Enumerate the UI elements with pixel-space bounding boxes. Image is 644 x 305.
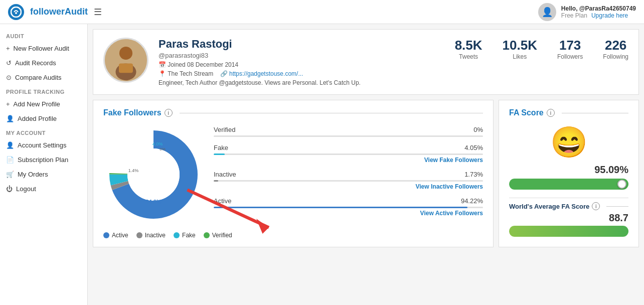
profile-joined: 📅 Joined 08 December 2014	[158, 61, 445, 68]
svg-point-10	[127, 148, 180, 201]
settings-person-icon: 👤	[6, 141, 14, 149]
profile-handle: @parasrastogi83	[158, 52, 445, 59]
donut-chart: 94.2% 1.4% 4.0% 0%	[103, 124, 204, 225]
upgrade-link[interactable]: Upgrade here	[591, 12, 628, 19]
profile-location: 📍 The Tech Stream 🔗 https://gadgetstouse…	[158, 70, 445, 77]
svg-text:4.0%: 4.0%	[152, 141, 163, 146]
history-icon: ↺	[6, 59, 12, 67]
plus-icon: +	[6, 45, 10, 52]
profile-card: Paras Rastogi @parasrastogi83 📅 Joined 0…	[93, 29, 639, 95]
tweets-label: Tweets	[455, 53, 482, 60]
orders-icon: 🛒	[6, 171, 14, 178]
profile-website[interactable]: https://gadgetstouse.com/...	[229, 70, 303, 77]
following-stat: 226 Following	[603, 38, 628, 60]
inactive-value: 1.73%	[464, 171, 483, 178]
free-plan-label: Free Plan	[561, 12, 587, 19]
likes-label: Likes	[503, 53, 537, 60]
analytics-row: Fake Followers i	[93, 100, 639, 247]
sidebar-item-account-settings[interactable]: 👤 Account Settings	[0, 138, 87, 152]
main-content: Paras Rastogi @parasrastogi83 📅 Joined 0…	[88, 24, 644, 305]
red-arrow	[181, 159, 281, 260]
sidebar-item-audit-records[interactable]: ↺ Audit Records	[0, 56, 87, 70]
sidebar-item-add-new-profile[interactable]: + Add New Profile	[0, 97, 87, 111]
svg-marker-16	[256, 219, 269, 234]
profile-bio: Engineer, Tech Author @gadgetstouse. Vie…	[158, 79, 445, 86]
following-label: Following	[603, 53, 628, 60]
svg-text:0%: 0%	[159, 147, 166, 151]
active-value: 94.22%	[461, 197, 483, 205]
fa-score-card: FA Score i 😄 95.09% World'	[499, 100, 639, 247]
fake-bar	[214, 154, 483, 155]
world-avg-info-icon[interactable]: i	[592, 202, 600, 210]
profile-avatar	[103, 38, 148, 83]
user-area: 👤 Hello, @ParasRa42650749 Free Plan Upgr…	[538, 3, 636, 21]
sidebar-item-new-follower-audit[interactable]: + New Follower Audit	[0, 41, 87, 56]
legend-active-dot	[103, 232, 109, 238]
divider	[509, 198, 628, 198]
fake-label: Fake	[214, 144, 228, 151]
chart-area: 94.2% 1.4% 4.0% 0%	[103, 124, 483, 225]
profile-info: Paras Rastogi @parasrastogi83 📅 Joined 0…	[158, 38, 445, 86]
score-emoji: 😄	[509, 124, 628, 160]
legend-inactive: Inactive	[136, 232, 166, 239]
verified-bar	[214, 135, 483, 137]
svg-rect-5	[119, 64, 133, 73]
fa-score-thumb	[617, 180, 626, 189]
followers-stat: 173 Followers	[557, 38, 583, 60]
link-icon: 🔗	[220, 70, 228, 77]
svg-point-3	[119, 47, 132, 60]
logout-icon: ⏻	[6, 185, 13, 193]
plus-icon-profile: +	[6, 100, 10, 108]
fake-bar-fill	[214, 154, 225, 155]
sidebar-item-added-profile[interactable]: 👤 Added Profile	[0, 111, 87, 126]
thumbs-up-emoji: 😄	[550, 124, 588, 160]
person-icon: 👤	[6, 115, 14, 122]
my-account-section-title: MY ACCOUNT	[0, 126, 87, 138]
svg-text:1.4%: 1.4%	[128, 168, 139, 173]
tweets-value: 8.5K	[455, 38, 482, 53]
user-avatar: 👤	[538, 3, 556, 21]
document-icon: 📄	[6, 156, 14, 164]
fa-score-value: 95.09%	[509, 164, 628, 176]
verified-label: Verified	[214, 126, 235, 133]
location-icon: 📍	[158, 70, 166, 77]
hamburger-icon[interactable]: ☰	[94, 7, 102, 18]
following-value: 226	[603, 38, 628, 53]
legend-row: Active Inactive Fake Verified	[103, 232, 483, 239]
likes-stat: 10.5K Likes	[503, 38, 537, 60]
fake-followers-info-icon[interactable]: i	[165, 109, 173, 117]
legend-fake-dot	[174, 232, 180, 238]
world-avg-title: World's Average FA Score i	[509, 202, 628, 210]
verified-stat-row: Verified 0%	[214, 126, 483, 137]
likes-value: 10.5K	[503, 38, 537, 53]
svg-line-15	[188, 190, 269, 228]
sidebar-item-logout[interactable]: ⏻ Logout	[0, 182, 87, 196]
profile-stats: 8.5K Tweets 10.5K Likes 173 Followers 22…	[455, 38, 628, 60]
calendar-icon: 📅	[158, 61, 166, 68]
profile-name: Paras Rastogi	[158, 38, 445, 51]
fa-score-bar	[509, 179, 628, 190]
sidebar-item-subscription-plan[interactable]: 📄 Subscription Plan	[0, 152, 87, 167]
logo-icon	[8, 4, 24, 20]
profile-tracking-section-title: PROFILE TRACKING	[0, 85, 87, 97]
tweets-stat: 8.5K Tweets	[455, 38, 482, 60]
audit-section-title: AUDIT	[0, 29, 87, 41]
logo-text: followerAudit	[30, 7, 88, 17]
sidebar-item-my-orders[interactable]: 🛒 My Orders	[0, 167, 87, 182]
sidebar-item-compare-audits[interactable]: ⊙ Compare Audits	[0, 70, 87, 85]
fake-value: 4.05%	[464, 144, 483, 151]
legend-inactive-dot	[136, 232, 142, 238]
user-greeting: Hello, @ParasRa42650749	[561, 5, 636, 12]
sidebar: AUDIT + New Follower Audit ↺ Audit Recor…	[0, 24, 88, 305]
app-body: AUDIT + New Follower Audit ↺ Audit Recor…	[0, 24, 644, 305]
top-nav: followerAudit ☰ 👤 Hello, @ParasRa4265074…	[0, 0, 644, 24]
fake-followers-title: Fake Followers i	[103, 108, 483, 117]
fake-followers-card: Fake Followers i	[93, 100, 494, 247]
svg-point-1	[15, 12, 17, 14]
compare-icon: ⊙	[6, 74, 12, 81]
svg-text:94.2%: 94.2%	[145, 199, 161, 205]
verified-value: 0%	[473, 126, 483, 133]
followers-label: Followers	[557, 53, 583, 60]
legend-active: Active	[103, 232, 128, 239]
fa-score-info-icon[interactable]: i	[547, 109, 555, 117]
